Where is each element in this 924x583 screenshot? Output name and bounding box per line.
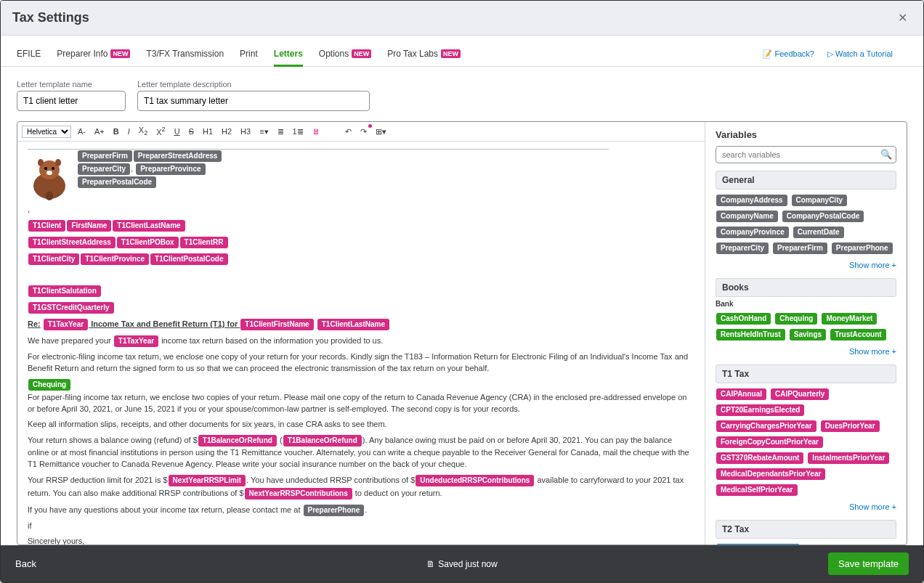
tutorial-link[interactable]: ▷ Watch a Tutorial: [827, 49, 893, 59]
var-T1ClientStreetAddress: T1ClientStreetAddress: [28, 237, 115, 248]
undo-icon[interactable]: ↶: [343, 126, 354, 137]
show-more-link[interactable]: Show more +: [716, 501, 896, 514]
tab-pro-tax-labs[interactable]: Pro Tax LabsNEW: [387, 41, 461, 66]
var-T1ClientRR: T1ClientRR: [180, 237, 228, 248]
var-pill-MedicalDependantsPriorYear[interactable]: MedicalDependantsPriorYear: [716, 468, 825, 480]
var-pill-CAIPAnnual[interactable]: CAIPAnnual: [716, 388, 766, 400]
editor-toolbar: Helvetica A- A+ B I X2 X2 U S H1 H2 H3 ≡…: [17, 122, 705, 142]
subscript-button[interactable]: X2: [137, 125, 150, 138]
var-pill-PreparerCity[interactable]: PreparerCity: [716, 242, 769, 254]
h3-button[interactable]: H3: [238, 126, 253, 137]
underline-button[interactable]: U: [172, 126, 182, 137]
template-desc-label: Letter template description: [137, 80, 370, 89]
show-more-link[interactable]: Show more +: [716, 346, 896, 359]
feedback-link[interactable]: 📝 Feedback?: [762, 49, 814, 59]
var-pill-CashOnHand[interactable]: CashOnHand: [716, 313, 771, 325]
var-T1ClientCity: T1ClientCity: [28, 253, 79, 265]
footer: Back 🗎 Saved just now Save template: [1, 545, 923, 582]
var-pill-CurrentDate[interactable]: CurrentDate: [793, 227, 844, 238]
variables-title: Variables: [716, 129, 896, 140]
tab-bar: EFILEPreparer InfoNEWT3/FX TransmissionP…: [1, 41, 923, 67]
svg-point-4: [46, 171, 52, 175]
svg-point-3: [52, 167, 54, 170]
var-T1ClientSalutation: T1ClientSalutation: [28, 285, 101, 297]
font-inc[interactable]: A+: [92, 126, 107, 137]
show-more-link[interactable]: Show more +: [716, 259, 896, 272]
var-pill-RentsHeldInTrust[interactable]: RentsHeldInTrust: [716, 329, 785, 341]
var-pill-TrustAccount[interactable]: TrustAccount: [830, 329, 885, 341]
var-T1ClientPostalCode: T1ClientPostalCode: [150, 253, 227, 265]
section-t1-tax: T1 Tax: [716, 364, 896, 383]
var-PreparerProvince: PreparerProvince: [136, 163, 205, 175]
align-button[interactable]: ≡▾: [257, 126, 270, 137]
section-books: Books: [716, 278, 896, 297]
var-pill-GST370RebateAmount[interactable]: GST370RebateAmount: [716, 452, 803, 464]
var-pill-CompanyName[interactable]: CompanyName: [716, 211, 778, 222]
var-pill-CarryingChargesPriorYear[interactable]: CarryingChargesPriorYear: [716, 420, 816, 432]
insert-doc-icon[interactable]: 🗎: [310, 126, 323, 137]
var-pill-PreparerFirm[interactable]: PreparerFirm: [773, 242, 827, 254]
var-pill-Chequing[interactable]: Chequing: [775, 313, 817, 325]
var-T1ClientPOBox: T1ClientPOBox: [117, 237, 179, 248]
var-pill-CompanyProvince[interactable]: CompanyProvince: [716, 227, 789, 238]
var-pill-ForeignCopyCountPriorYear[interactable]: ForeignCopyCountPriorYear: [716, 436, 823, 448]
var-pill-CompanyCity[interactable]: CompanyCity: [792, 195, 847, 206]
ul-button[interactable]: ≣: [275, 126, 286, 137]
var-PreparerFirm: PreparerFirm: [78, 150, 132, 162]
var-T1Client: T1Client: [28, 220, 65, 232]
var-T1GSTCreditQuarterly: T1GSTCreditQuarterly: [28, 302, 114, 314]
search-icon[interactable]: 🔍: [880, 149, 892, 160]
var-pill-InstalmentsPriorYear[interactable]: InstalmentsPriorYear: [808, 452, 889, 464]
var-pill-AT1BalanceOrRefund[interactable]: AT1BalanceOrRefund: [716, 544, 800, 545]
var-pill-MedicalSelfPriorYear[interactable]: MedicalSelfPriorYear: [716, 484, 798, 496]
save-template-button[interactable]: Save template: [828, 553, 909, 575]
var-T1ClientLastName: T1ClientLastName: [113, 220, 185, 232]
page-title: Tax Settings: [12, 10, 89, 25]
var-FirstName: FirstName: [67, 220, 111, 232]
var-T1ClientProvince: T1ClientProvince: [81, 253, 149, 265]
back-button[interactable]: Back: [15, 558, 36, 569]
strike-button[interactable]: S: [187, 126, 196, 137]
svg-point-6: [38, 159, 44, 166]
var-pill-CPT20EarningsElected[interactable]: CPT20EarningsElected: [716, 404, 804, 416]
save-status: 🗎 Saved just now: [426, 559, 497, 569]
titlebar: Tax Settings ✕: [1, 1, 923, 36]
section-t2-tax: T2 Tax: [716, 520, 896, 539]
var-pill-MoneyMarket[interactable]: MoneyMarket: [822, 313, 877, 325]
var-pill-CompanyAddress[interactable]: CompanyAddress: [716, 195, 787, 206]
tab-options[interactable]: OptionsNEW: [319, 41, 371, 66]
var-pill-CAIPQuarterly[interactable]: CAIPQuarterly: [771, 388, 829, 400]
svg-rect-5: [46, 192, 53, 200]
variables-panel: Variables 🔍 GeneralCompanyAddressCompany…: [705, 122, 907, 545]
tab-preparer-info[interactable]: Preparer InfoNEW: [57, 41, 130, 66]
h1-button[interactable]: H1: [200, 126, 215, 137]
h2-button[interactable]: H2: [219, 126, 234, 137]
template-desc-input[interactable]: [137, 91, 370, 111]
search-input[interactable]: [716, 146, 896, 163]
font-select[interactable]: Helvetica: [22, 126, 71, 138]
svg-point-2: [44, 167, 47, 170]
tab-print[interactable]: Print: [240, 41, 258, 66]
font-dec[interactable]: A-: [76, 126, 88, 137]
close-icon[interactable]: ✕: [893, 9, 912, 26]
var-pill-DuesPriorYear[interactable]: DuesPriorYear: [821, 420, 880, 432]
redo-icon[interactable]: ↷: [358, 126, 369, 137]
template-meta: Letter template name Letter template des…: [1, 67, 923, 111]
tab-letters[interactable]: Letters: [274, 41, 303, 66]
var-PreparerStreetAddress: PreparerStreetAddress: [134, 150, 222, 162]
var-pill-CompanyPostalCode[interactable]: CompanyPostalCode: [782, 211, 864, 222]
section-general: General: [716, 171, 896, 189]
superscript-button[interactable]: X2: [154, 125, 167, 138]
template-name-input[interactable]: [17, 91, 126, 111]
bold-button[interactable]: B: [111, 126, 121, 137]
italic-button[interactable]: I: [126, 126, 132, 137]
table-icon[interactable]: ⊞▾: [373, 126, 389, 137]
svg-point-7: [55, 159, 61, 166]
tab-t-fx-transmission[interactable]: T3/FX Transmission: [146, 41, 224, 66]
letter-body[interactable]: PreparerFirmPreparerStreetAddress Prepar…: [17, 142, 705, 545]
var-pill-PreparerPhone[interactable]: PreparerPhone: [832, 242, 893, 254]
tab-efile[interactable]: EFILE: [17, 41, 41, 66]
ol-button[interactable]: 1≣: [291, 126, 306, 137]
beaver-logo-icon: [28, 150, 71, 200]
var-pill-Savings[interactable]: Savings: [790, 329, 826, 341]
